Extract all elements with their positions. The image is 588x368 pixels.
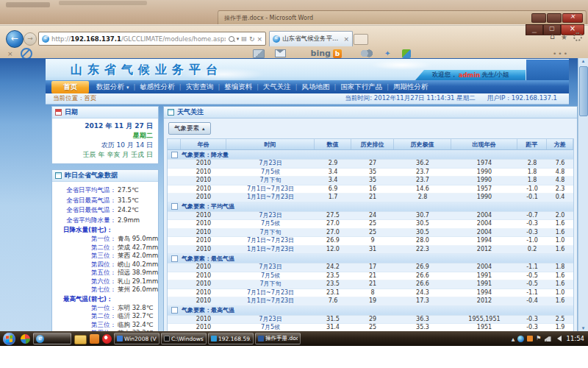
table-row[interactable]: 20107月下旬27.02530.52004-0.31.6 — [168, 229, 573, 238]
home-icon[interactable]: ⌂ — [550, 32, 555, 41]
nav-item-3[interactable]: 灾害查询 — [181, 82, 218, 92]
table-row[interactable]: 20107月1日~7月23日26.9928.01994-1.01.0 — [168, 237, 573, 246]
taskbar-window-buttons: Win2008 (VS2...C:\Windows\s...192.168.59… — [113, 333, 301, 344]
taskbar-window-button[interactable]: 192.168.59.99... — [208, 333, 254, 344]
volume-icon[interactable] — [554, 336, 562, 342]
nav-item-1[interactable]: 数据分析▾ — [92, 82, 134, 92]
table-cell: 7月5候 — [226, 169, 315, 177]
date-box: 日期 2012 年 11 月 27 日 星期二 农历 10 月 14 日 壬辰 … — [51, 106, 159, 164]
table-row[interactable]: 20107月1日~7月23日6.91614.61957-1.02.3 — [168, 185, 573, 194]
group-checkbox[interactable] — [171, 203, 178, 210]
table-cell: 35.3 — [394, 324, 451, 331]
pinned-app-icon[interactable] — [21, 334, 30, 344]
scroll-down-arrow-icon[interactable]: ▾ — [578, 325, 588, 331]
tray-app-icon[interactable] — [517, 336, 524, 342]
tray-orange-icon[interactable] — [527, 336, 533, 342]
table-row[interactable]: 20107月23日31.52936.31955,1951-0.32.5 — [168, 316, 573, 325]
stop-icon[interactable]: × — [257, 35, 262, 43]
table-row[interactable]: 20101月1日~7月23日7.61917.32012-0.41.6 — [168, 297, 573, 306]
forward-button[interactable]: → — [24, 32, 37, 46]
taskbar-window-button[interactable]: Win2008 (VS2... — [114, 333, 159, 344]
table-cell: 7.6 — [315, 297, 351, 305]
table-group-header[interactable]: 气象要素：最低气温 — [168, 254, 573, 263]
table-group-header[interactable]: 气象要素：降水量 — [168, 150, 573, 160]
table-cell: 27.5 — [315, 212, 351, 220]
table-header-cell: 距平 — [517, 139, 547, 149]
scroll-up-arrow-icon[interactable]: ▴ — [578, 58, 588, 64]
rank-value: 崂山 40.2mm — [118, 261, 158, 269]
table-row[interactable]: 20107月23日2.92736.219742.87.6 — [168, 160, 573, 169]
start-button[interactable] — [3, 333, 15, 345]
cards-icon[interactable] — [253, 49, 265, 58]
favorites-star-icon[interactable]: ★ — [561, 33, 567, 41]
address-bar[interactable]: http://192.168.137.1/GLCCLIMATE/modules/… — [38, 32, 266, 46]
table-row[interactable]: 20107月5候23.52126.61991-0.51.6 — [168, 272, 573, 281]
taskbar-window-button[interactable]: C:\Windows\s... — [161, 333, 207, 344]
more-options-dots-icon[interactable]: ••• — [553, 50, 569, 57]
refresh-icon[interactable]: ↻ — [249, 35, 255, 43]
gear-icon[interactable] — [573, 32, 582, 41]
windows-flag-icon — [6, 335, 12, 342]
close-toolbar-icon[interactable]: × — [7, 50, 13, 57]
table-row[interactable]: 20107月5候27.02530.52004-0.31.6 — [168, 220, 573, 229]
weather-box-body: 全省日平均气温：27.5℃全省日最高气温：31.5℃全省日最低气温：24.2℃全… — [52, 182, 158, 331]
table-row[interactable]: 20107月下旬23.52126.61991-0.51.6 — [168, 280, 573, 289]
group-checkbox[interactable] — [171, 307, 178, 314]
table-row[interactable]: 20107月23日24.21726.92004-1.11.8 — [168, 263, 573, 272]
nav-item-5[interactable]: 天气关注 — [259, 82, 295, 92]
taskbar-ie-button[interactable]: e — [33, 333, 71, 344]
table-row[interactable]: 20101月1日~7月23日12.03122.320120.21.6 — [168, 246, 573, 255]
bing-toolbar[interactable]: bing b — [311, 49, 342, 58]
nav-item-8[interactable]: 周期性分析 — [389, 82, 433, 92]
scrollbar-thumb[interactable] — [579, 66, 588, 116]
breadcrumb-current[interactable]: 首页 — [85, 94, 97, 102]
table-row[interactable]: 20107月1日~7月23日23.1824.31994-1.11.0 — [168, 289, 573, 298]
table-cell: 7月5候 — [226, 324, 315, 331]
sparkle-icon[interactable]: ✦ — [384, 49, 390, 57]
group-checkbox[interactable] — [171, 255, 178, 262]
back-button[interactable]: ← — [6, 30, 24, 48]
mail-icon[interactable] — [275, 49, 286, 57]
pinned-app-orange-icon[interactable] — [90, 334, 99, 344]
group-checkbox[interactable] — [171, 152, 178, 158]
row-checkbox-cell — [168, 272, 181, 280]
element-filter-button[interactable]: 气象要素 ▴ — [168, 122, 211, 135]
search-icon[interactable] — [229, 36, 234, 42]
nav-item-4[interactable]: 整编资料 — [220, 82, 257, 92]
table-cell: 0.2 — [517, 246, 547, 254]
table-group-header[interactable]: 气象要素：最高气温 — [168, 306, 573, 316]
table-cell: 30.5 — [394, 229, 451, 237]
browser-tab[interactable]: 山东省气候业务平... × — [269, 31, 353, 46]
pinned-app-red-icon[interactable] — [102, 334, 112, 344]
main-navigation: 首页数据分析▾|敏感性分析|灾害查询|整编资料|天气关注|风场地图|国家下行产品… — [46, 80, 569, 93]
table-row[interactable]: 20107月下旬3.43523.719901.84.8 — [168, 177, 573, 185]
new-tab-button[interactable] — [354, 34, 368, 45]
rank-row: 第七位：莱州 26.0mm — [53, 286, 156, 294]
coins-icon[interactable] — [361, 49, 373, 57]
table-row[interactable]: 20107月5候31.42535.31951-0.31.9 — [168, 324, 573, 331]
taskbar-window-button[interactable]: 操作手册.docx ... — [255, 333, 301, 344]
table-cell: 1.6 — [547, 220, 573, 228]
table-cell: -0.7 — [517, 212, 547, 220]
browser-addon-toolbar: × bing b ✦ ••• — [0, 48, 588, 59]
explorer-folder-icon[interactable] — [74, 335, 87, 344]
table-group-header[interactable]: 气象要素：平均气温 — [168, 202, 573, 212]
nav-item-2[interactable]: 敏感性分析 — [135, 82, 179, 92]
action-center-flag-icon[interactable]: ⚑ — [536, 336, 541, 342]
rank-label: 第一位： — [53, 235, 116, 244]
taskbar-clock[interactable]: 11:54 — [567, 335, 585, 342]
nav-item-6[interactable]: 风场地图 — [298, 82, 334, 92]
page-scrollbar[interactable]: ▴ ▾ — [578, 58, 588, 331]
community-icon[interactable] — [402, 49, 411, 58]
table-row[interactable]: 20101月1日~7月23日1.7212.81990-0.10.4 — [168, 194, 573, 202]
table-cell: 23.5 — [315, 280, 351, 289]
table-row[interactable]: 20107月5候3.43523.719901.84.8 — [168, 169, 573, 177]
compatibility-view-icon[interactable]: ▤ — [241, 35, 247, 42]
nav-item-0[interactable]: 首页 — [51, 81, 89, 93]
network-icon[interactable] — [545, 336, 551, 342]
tab-close-icon[interactable]: × — [340, 35, 352, 43]
table-row[interactable]: 20107月23日27.52430.72004-0.72.0 — [168, 212, 573, 221]
chevron-down-icon[interactable]: ▾ — [237, 36, 240, 42]
nav-item-7[interactable]: 国家下行产品 — [336, 82, 387, 92]
show-hidden-icons-arrow[interactable]: ▲ — [512, 336, 515, 342]
